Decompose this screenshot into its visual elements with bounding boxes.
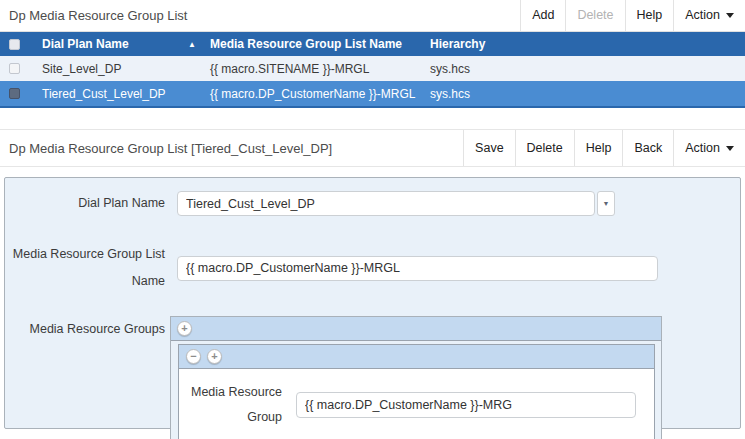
toolbar-spacer bbox=[187, 0, 520, 31]
caret-down-icon bbox=[726, 13, 734, 18]
dp-mrgl-table: Dial Plan Name ▲ Media Resource Group Li… bbox=[0, 32, 745, 108]
row-checkbox[interactable] bbox=[9, 88, 20, 99]
column-header-mrgl-name[interactable]: Media Resource Group List Name bbox=[210, 37, 430, 51]
plus-icon: + bbox=[181, 322, 187, 334]
detail-panel-title: Dp Media Resource Group List [Tiered_Cus… bbox=[0, 141, 332, 156]
detail-form-panel: Dial Plan Name ▼ Media Resource Group Li… bbox=[4, 177, 741, 429]
delete-button[interactable]: Delete bbox=[515, 130, 574, 166]
remove-item-button[interactable]: − bbox=[186, 349, 201, 364]
dial-plan-name-input[interactable] bbox=[177, 191, 595, 216]
list-toolbar: Dp Media Resource Group List Add Delete … bbox=[0, 0, 745, 32]
action-menu-button[interactable]: Action bbox=[673, 0, 745, 31]
toolbar-spacer bbox=[332, 130, 463, 166]
mrg-item-header-bar: − + bbox=[179, 345, 654, 369]
mrgl-name-input[interactable] bbox=[177, 256, 658, 281]
save-button[interactable]: Save bbox=[463, 130, 515, 166]
cell-hierarchy: sys.hcs bbox=[430, 62, 745, 76]
dropdown-arrow-icon: ▼ bbox=[603, 200, 610, 207]
list-panel-title: Dp Media Resource Group List bbox=[0, 8, 187, 23]
cell-dial-plan-name: Site_Level_DP bbox=[42, 62, 121, 76]
column-header-dial-plan-name[interactable]: Dial Plan Name ▲ bbox=[34, 37, 210, 51]
mrg-item-panel: − + Media Resource Group bbox=[178, 344, 655, 439]
plus-icon: + bbox=[211, 350, 217, 362]
mrgl-name-label: Media Resource Group List Name bbox=[5, 241, 165, 295]
media-resource-groups-widget: + − + Media Resource Group bbox=[170, 316, 662, 439]
help-button[interactable]: Help bbox=[625, 0, 674, 31]
cell-hierarchy: sys.hcs bbox=[430, 87, 745, 101]
table-row-selected[interactable]: Tiered_Cust_Level_DP {{ macro.DP_Custome… bbox=[0, 81, 745, 106]
add-button[interactable]: Add bbox=[520, 0, 565, 31]
action-menu-button[interactable]: Action bbox=[673, 130, 745, 166]
media-resource-groups-label: Media Resource Groups bbox=[5, 316, 165, 343]
row-checkbox[interactable] bbox=[9, 63, 20, 74]
mrg-list-header-bar: + bbox=[171, 317, 661, 341]
table-row[interactable]: Site_Level_DP {{ macro.SITENAME }}-MRGL … bbox=[0, 56, 745, 81]
mrg-item-body: Media Resource Group bbox=[179, 369, 654, 439]
cell-mrgl-name: {{ macro.DP_CustomerName }}-MRGL bbox=[210, 87, 430, 101]
column-header-hierarchy[interactable]: Hierarchy bbox=[430, 37, 745, 51]
add-item-below-button[interactable]: + bbox=[207, 349, 222, 364]
sort-ascending-icon: ▲ bbox=[188, 40, 196, 49]
table-header-row: Dial Plan Name ▲ Media Resource Group Li… bbox=[0, 32, 745, 56]
caret-down-icon bbox=[726, 146, 734, 151]
select-all-checkbox[interactable] bbox=[9, 39, 20, 50]
dial-plan-name-combobox: ▼ bbox=[177, 191, 615, 216]
back-button[interactable]: Back bbox=[622, 130, 673, 166]
detail-toolbar: Dp Media Resource Group List [Tiered_Cus… bbox=[0, 129, 745, 167]
minus-icon: − bbox=[190, 350, 196, 362]
dial-plan-name-label: Dial Plan Name bbox=[5, 190, 165, 217]
media-resource-groups-row: Media Resource Groups + − + Media Resour… bbox=[5, 316, 740, 439]
combobox-dropdown-button[interactable]: ▼ bbox=[597, 191, 615, 216]
mrgl-name-row: Media Resource Group List Name bbox=[5, 241, 740, 295]
media-resource-group-label: Media Resource Group bbox=[180, 380, 282, 430]
cell-mrgl-name: {{ macro.SITENAME }}-MRGL bbox=[210, 62, 430, 76]
dial-plan-name-row: Dial Plan Name ▼ bbox=[5, 190, 740, 217]
help-button[interactable]: Help bbox=[574, 130, 623, 166]
header-check-cell bbox=[0, 39, 34, 50]
add-item-button[interactable]: + bbox=[177, 321, 192, 336]
delete-button[interactable]: Delete bbox=[565, 0, 624, 31]
cell-dial-plan-name: Tiered_Cust_Level_DP bbox=[42, 87, 166, 101]
media-resource-group-input[interactable] bbox=[296, 392, 636, 418]
